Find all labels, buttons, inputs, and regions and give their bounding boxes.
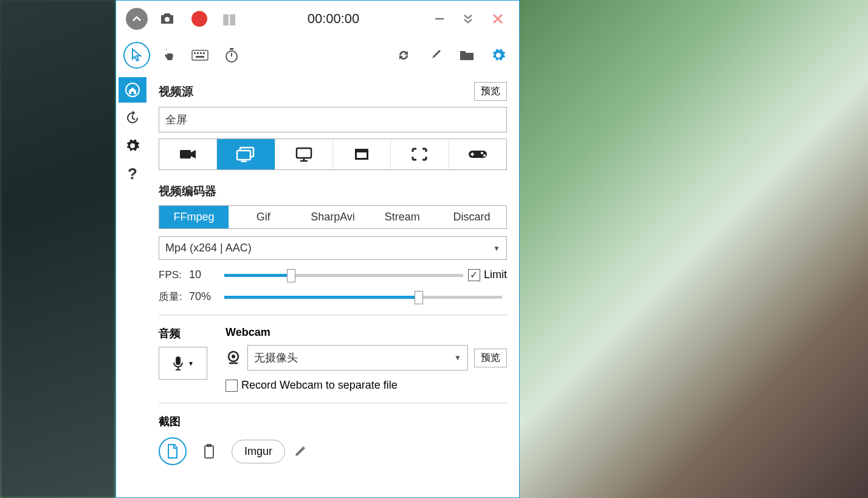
webcam-preview-button[interactable]: 预览 [474, 349, 507, 367]
svg-point-0 [165, 17, 170, 22]
timer-tool[interactable] [218, 42, 245, 69]
double-chevron-down-icon [462, 13, 474, 25]
source-tab-region[interactable] [391, 139, 449, 169]
quality-slider[interactable] [224, 291, 502, 303]
svg-rect-6 [203, 52, 205, 54]
screenshot-disk-button[interactable] [159, 437, 187, 465]
svg-rect-12 [180, 150, 191, 159]
svg-rect-10 [230, 48, 233, 50]
click-tool[interactable] [155, 42, 182, 69]
keystroke-tool[interactable] [187, 42, 213, 69]
svg-rect-17 [297, 148, 311, 158]
source-tab-screens[interactable] [217, 139, 275, 169]
screenshot-edit-button[interactable] [294, 445, 307, 458]
svg-point-27 [232, 355, 235, 358]
svg-rect-21 [357, 152, 367, 158]
svg-rect-14 [237, 151, 250, 160]
stopwatch-icon [224, 47, 239, 63]
window-icon [354, 148, 370, 161]
screenshot-title: 截图 [159, 414, 507, 429]
chevron-up-icon [132, 14, 142, 24]
chevron-down-icon: ▼ [454, 353, 461, 362]
webcam-title: Webcam [226, 326, 507, 339]
screenshot-clipboard-button[interactable] [195, 437, 223, 465]
screenshot-button[interactable] [154, 5, 181, 32]
svg-rect-4 [197, 52, 199, 54]
sidebar-help[interactable]: ? [119, 161, 146, 186]
encoder-tab-stream[interactable]: Stream [368, 206, 437, 228]
keyboard-icon [191, 50, 208, 61]
record-button[interactable] [191, 11, 207, 27]
video-source-preview-button[interactable]: 预览 [474, 82, 507, 101]
webcam-value: 无摄像头 [254, 350, 298, 365]
encoder-tab-ffmpeg[interactable]: FFmpeg [159, 206, 229, 228]
video-source-select[interactable]: 全屏 [159, 107, 507, 132]
gamepad-icon [467, 148, 488, 160]
camera-icon [159, 12, 175, 26]
video-source-value: 全屏 [165, 112, 187, 127]
brush-icon [429, 49, 442, 62]
codec-value: Mp4 (x264 | AAC) [165, 242, 252, 254]
gear-icon [491, 48, 506, 63]
brush-button[interactable] [422, 42, 449, 69]
svg-point-24 [483, 154, 486, 157]
sidebar-recent[interactable] [119, 105, 146, 131]
svg-rect-25 [176, 356, 181, 365]
webcam-separate-label: Record Webcam to separate file [241, 379, 398, 392]
svg-rect-5 [200, 52, 202, 54]
source-tab-game[interactable] [449, 139, 506, 169]
settings-button[interactable] [485, 42, 512, 69]
webcam-icon [226, 350, 241, 366]
chevron-down-icon: ▼ [188, 360, 194, 367]
fps-label: FPS: [159, 269, 189, 281]
fps-value: 10 [189, 268, 219, 281]
audio-title: 音频 [159, 326, 213, 341]
chevron-down-icon: ▼ [493, 244, 500, 253]
sidebar: ? [116, 73, 149, 497]
source-tab-window[interactable] [333, 139, 391, 169]
topbar: ▮▮ 00:00:00 [116, 1, 519, 37]
sidebar-home[interactable] [119, 77, 146, 103]
monitor-icon [295, 146, 313, 162]
encoder-tabs: FFmpeg Gif SharpAvi Stream Discard [159, 205, 507, 229]
desktop-background-right [520, 0, 868, 498]
encoder-tab-discard[interactable]: Discard [437, 206, 506, 228]
video-source-title: 视频源 [159, 84, 193, 100]
cursor-tool[interactable] [123, 42, 150, 69]
region-icon [411, 147, 428, 162]
webcam-separate-checkbox[interactable] [226, 380, 238, 392]
quality-label: 质量: [159, 290, 189, 304]
encoder-tab-gif[interactable]: Gif [229, 206, 298, 228]
screens-icon [235, 146, 256, 162]
microphone-icon [172, 355, 184, 371]
svg-rect-28 [205, 446, 213, 458]
audio-dropdown[interactable]: ▼ [159, 347, 207, 380]
source-tab-monitor[interactable] [275, 139, 333, 169]
video-source-tabs [159, 138, 507, 170]
file-icon [166, 443, 179, 459]
screenshot-imgur-button[interactable]: Imgur [232, 440, 285, 463]
recording-timer: 00:00:00 [241, 11, 425, 27]
encoder-tab-sharpavi[interactable]: SharpAvi [298, 206, 367, 228]
fps-slider[interactable] [224, 269, 463, 281]
svg-rect-7 [196, 56, 204, 58]
webcam-select[interactable]: 无摄像头 ▼ [247, 345, 468, 370]
minimize-button[interactable] [434, 13, 445, 24]
pause-button[interactable]: ▮▮ [222, 10, 235, 27]
folder-button[interactable] [453, 42, 480, 69]
svg-rect-3 [194, 52, 196, 54]
expand-button[interactable] [462, 13, 474, 25]
collapse-button[interactable] [126, 8, 148, 30]
history-icon [125, 111, 140, 125]
svg-point-23 [481, 152, 483, 154]
encoder-title: 视频编码器 [159, 183, 216, 199]
codec-select[interactable]: Mp4 (x264 | AAC) ▼ [159, 236, 507, 260]
minimize-icon [434, 13, 445, 24]
fps-limit-label: Limit [484, 268, 507, 281]
quality-value: 70% [189, 290, 219, 303]
sidebar-settings[interactable] [119, 133, 146, 159]
refresh-button[interactable] [390, 42, 417, 69]
source-tab-camera[interactable] [159, 139, 217, 169]
close-button[interactable] [491, 12, 505, 26]
fps-limit-checkbox[interactable]: ✓ [468, 269, 480, 281]
